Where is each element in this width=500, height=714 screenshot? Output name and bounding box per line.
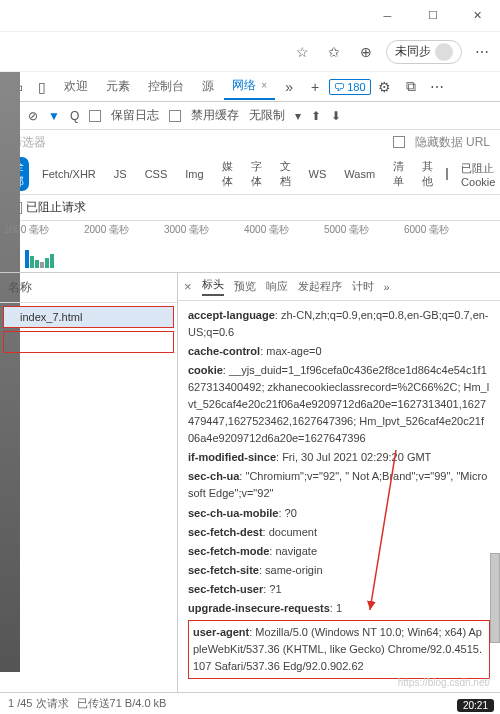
minimize-button[interactable]: ─ (365, 0, 410, 32)
tab-response[interactable]: 响应 (266, 279, 288, 294)
type-manifest[interactable]: 清单 (388, 157, 409, 191)
sync-status-button[interactable]: 未同步 (386, 40, 462, 64)
close-details-icon[interactable]: × (184, 279, 192, 294)
request-list-panel: 名称 index_7.html (0, 273, 178, 713)
timeline-overview[interactable]: 1000 毫秒 2000 毫秒 3000 毫秒 4000 毫秒 5000 毫秒 … (0, 221, 500, 273)
search-icon[interactable]: Q (70, 109, 79, 123)
headers-content: accept-language: zh-CN,zh;q=0.9,en;q=0.8… (178, 301, 500, 706)
request-count: 1 /45 次请求 (8, 696, 69, 711)
tab-network[interactable]: 网络 × (224, 73, 275, 100)
type-js[interactable]: JS (109, 166, 132, 182)
header-sec-ch-ua-mobile: sec-ch-ua-mobile: ?0 (188, 505, 490, 522)
network-content: 名称 index_7.html × 标头 预览 响应 发起程序 计时 » acc… (0, 273, 500, 713)
blocked-cookies-checkbox[interactable] (446, 168, 448, 180)
favorites-list-icon[interactable]: ✩ (322, 40, 346, 64)
tl-label: 1000 毫秒 (0, 223, 80, 237)
tab-timing[interactable]: 计时 (352, 279, 374, 294)
header-upgrade-insecure: upgrade-insecure-requests: 1 (188, 600, 490, 617)
type-doc[interactable]: 文档 (275, 157, 296, 191)
disable-cache-label: 禁用缓存 (191, 107, 239, 124)
tab-console[interactable]: 控制台 (140, 74, 192, 99)
more-icon[interactable]: » (384, 281, 390, 293)
header-sec-fetch-mode: sec-fetch-mode: navigate (188, 543, 490, 560)
hide-data-label: 隐藏数据 URL (415, 134, 490, 151)
filter-toggle-icon[interactable]: ▼ (48, 109, 60, 123)
tab-elements[interactable]: 元素 (98, 74, 138, 99)
header-sec-fetch-site: sec-fetch-site: same-origin (188, 562, 490, 579)
tl-label: 3000 毫秒 (160, 223, 240, 237)
dock-icon[interactable]: ⧉ (399, 75, 423, 99)
messages-badge[interactable]: 🗩 180 (329, 79, 370, 95)
header-sec-fetch-user: sec-fetch-user: ?1 (188, 581, 490, 598)
browser-toolbar: ☆ ✩ ⊕ 未同步 ⋯ (0, 32, 500, 72)
header-sec-fetch-dest: sec-fetch-dest: document (188, 524, 490, 541)
avatar-icon (435, 43, 453, 61)
header-cache-control: cache-control: max-age=0 (188, 343, 490, 360)
timeline-bars (25, 246, 54, 268)
download-icon[interactable]: ⬇ (331, 109, 341, 123)
tab-welcome[interactable]: 欢迎 (56, 74, 96, 99)
type-fetch[interactable]: Fetch/XHR (37, 166, 101, 182)
upload-icon[interactable]: ⬆ (311, 109, 321, 123)
type-blocked: 已阻止 Cookie (456, 159, 500, 190)
more-icon[interactable]: ⋯ (470, 40, 494, 64)
resource-type-filters: 全部 Fetch/XHR JS CSS Img 媒体 字体 文档 WS Wasm… (0, 154, 500, 195)
header-cookie: cookie: __yjs_duid=1_1f96cefa0c436e2f8ce… (188, 362, 490, 447)
request-row[interactable]: index_7.html (3, 306, 174, 328)
tl-label: 6000 毫秒 (400, 223, 480, 237)
tl-label: 5000 毫秒 (320, 223, 400, 237)
sync-label: 未同步 (395, 43, 431, 60)
maximize-button[interactable]: ☐ (410, 0, 455, 32)
chevron-down-icon[interactable]: ▾ (295, 109, 301, 123)
header-user-agent: user-agent: Mozilla/5.0 (Windows NT 10.0… (188, 620, 490, 679)
screenshot-time: 20:21 (457, 699, 494, 712)
type-media[interactable]: 媒体 (217, 157, 238, 191)
blocked-requests-row: 已阻止请求 (0, 195, 500, 221)
header-sec-ch-ua: sec-ch-ua: "Chromium";v="92", " Not A;Br… (188, 468, 490, 502)
close-tab-icon[interactable]: × (261, 80, 267, 91)
scrollbar[interactable] (490, 553, 500, 643)
annotation-box (3, 331, 174, 353)
preserve-log-label: 保留日志 (111, 107, 159, 124)
disable-cache-checkbox[interactable] (169, 110, 181, 122)
tab-sources[interactable]: 源 (194, 74, 222, 99)
request-detail-panel: × 标头 预览 响应 发起程序 计时 » accept-language: zh… (178, 273, 500, 713)
tl-label: 2000 毫秒 (80, 223, 160, 237)
type-img[interactable]: Img (180, 166, 208, 182)
collections-icon[interactable]: ⊕ (354, 40, 378, 64)
name-column-header[interactable]: 名称 (0, 273, 177, 303)
favorite-icon[interactable]: ☆ (290, 40, 314, 64)
network-toolbar: ⊘ ▼ Q 保留日志 禁用缓存 无限制 ▾ ⬆ ⬇ (0, 102, 500, 130)
device-icon[interactable]: ▯ (30, 75, 54, 99)
more-tabs-icon[interactable]: » (277, 75, 301, 99)
tab-initiator[interactable]: 发起程序 (298, 279, 342, 294)
blocked-requests-label: 已阻止请求 (26, 199, 86, 216)
type-wasm[interactable]: Wasm (339, 166, 380, 182)
type-other[interactable]: 其他 (417, 157, 438, 191)
detail-tabs: × 标头 预览 响应 发起程序 计时 » (178, 273, 500, 301)
menu-icon[interactable]: ⋯ (425, 75, 449, 99)
type-css[interactable]: CSS (140, 166, 173, 182)
tab-preview[interactable]: 预览 (234, 279, 256, 294)
tl-label: 4000 毫秒 (240, 223, 320, 237)
close-button[interactable]: ✕ (455, 0, 500, 32)
clear-button[interactable]: ⊘ (28, 109, 38, 123)
devtools-tab-bar: ▭ ▯ 欢迎 元素 控制台 源 网络 × » + 🗩 180 ⚙ ⧉ ⋯ (0, 72, 500, 102)
settings-icon[interactable]: ⚙ (373, 75, 397, 99)
add-tab-icon[interactable]: + (303, 75, 327, 99)
status-bar: 1 /45 次请求 已传送71 B/4.0 kB (0, 692, 500, 714)
type-font[interactable]: 字体 (246, 157, 267, 191)
header-accept-language: accept-language: zh-CN,zh;q=0.9,en;q=0.8… (188, 307, 490, 341)
header-if-modified-since: if-modified-since: Fri, 30 Jul 2021 02:2… (188, 449, 490, 466)
preserve-log-checkbox[interactable] (89, 110, 101, 122)
filter-row: 筛选器 隐藏数据 URL (0, 130, 500, 154)
tab-headers[interactable]: 标头 (202, 277, 224, 296)
watermark: https://blog.csdn.net/ (398, 677, 490, 688)
window-titlebar: ─ ☐ ✕ (0, 0, 500, 32)
type-ws[interactable]: WS (304, 166, 332, 182)
transfer-size: 已传送71 B/4.0 kB (77, 696, 167, 711)
throttle-select[interactable]: 无限制 (249, 107, 285, 124)
hide-data-checkbox[interactable] (393, 136, 405, 148)
